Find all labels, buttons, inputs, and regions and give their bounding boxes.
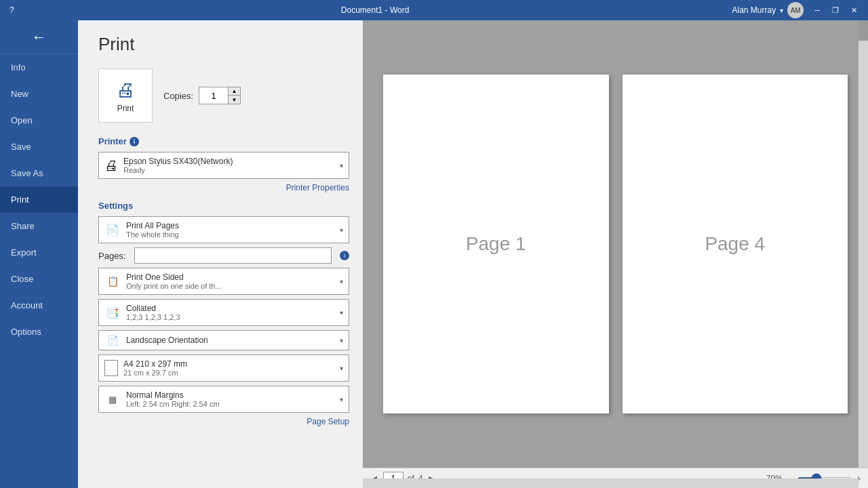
orientation-main: Landscape Orientation [126, 336, 340, 345]
copies-down-button[interactable]: ▼ [228, 96, 240, 104]
pages-dropdown-info: Print All Pages The whole thing [126, 221, 340, 239]
margins-sub: Left: 2.54 cm Right: 2.54 cm [126, 400, 340, 408]
papersize-icon [104, 360, 118, 376]
papersize-dropdown[interactable]: A4 210 x 297 mm 21 cm x 29.7 cm ▾ [98, 354, 349, 382]
page-preview-2: Page 4 [623, 75, 848, 413]
margins-main: Normal Margins [126, 390, 340, 400]
collated-dropdown-sub: 1,2,3 1,2,3 1,2,3 [126, 313, 340, 321]
orientation-dropdown[interactable]: 📄 Landscape Orientation ▾ [98, 330, 349, 350]
title-bar-controls: ─ ❐ ✕ [809, 5, 863, 16]
print-title: Print [98, 34, 349, 55]
page-preview-1: Page 1 [383, 75, 609, 413]
collated-dropdown-main: Collated [126, 304, 340, 313]
sides-dropdown-main: Print One Sided [126, 272, 340, 282]
orientation-icon: 📄 [104, 335, 121, 346]
title-bar-user: Alan Murray ▾ AM [732, 2, 804, 18]
sidebar: ← Info New Open Save Save As Print Share… [0, 20, 78, 488]
preview-scrollbar-right[interactable] [859, 20, 868, 468]
printer-dropdown-arrow: ▾ [340, 162, 343, 169]
papersize-info: A4 210 x 297 mm 21 cm x 29.7 cm [123, 359, 340, 377]
app-body: ← Info New Open Save Save As Print Share… [0, 20, 868, 488]
sides-dropdown-arrow: ▾ [340, 278, 343, 285]
pages-input[interactable] [134, 247, 332, 264]
collated-dropdown-arrow: ▾ [340, 309, 343, 317]
sidebar-item-export[interactable]: Export [0, 239, 78, 266]
printer-section-label: Printer i [98, 136, 349, 146]
collated-dropdown-info: Collated 1,2,3 1,2,3 1,2,3 [126, 304, 340, 321]
margins-dropdown[interactable]: ▦ Normal Margins Left: 2.54 cm Right: 2.… [98, 386, 349, 413]
printer-status: Ready [123, 166, 340, 174]
copies-label: Copies: [163, 91, 193, 101]
avatar: AM [787, 2, 804, 18]
papersize-sub: 21 cm x 29.7 cm [123, 369, 340, 377]
printer-dropdown-icon: 🖨 [104, 158, 118, 174]
printer-name: Epson Stylus SX430(Network) [123, 157, 340, 166]
copies-input[interactable] [199, 87, 228, 104]
sides-dropdown-icon: 📋 [104, 276, 121, 287]
preview-scrollbar-bottom[interactable] [363, 479, 859, 488]
pages-dropdown-icon: 📄 [104, 224, 121, 237]
minimize-button[interactable]: ─ [809, 5, 825, 16]
copies-up-button[interactable]: ▲ [228, 87, 240, 96]
margins-icon: ▦ [104, 394, 121, 405]
copies-input-wrap: ▲ ▼ [199, 87, 241, 104]
sides-dropdown[interactable]: 📋 Print One Sided Only print on one side… [98, 268, 349, 295]
title-bar: ? Document1 - Word Alan Murray ▾ AM ─ ❐ … [0, 0, 868, 20]
user-chevron[interactable]: ▾ [780, 7, 783, 14]
pages-label: Pages: [98, 251, 129, 261]
sidebar-item-account[interactable]: Account [0, 292, 78, 319]
sidebar-item-save[interactable]: Save [0, 134, 78, 160]
sidebar-item-print[interactable]: Print [0, 186, 78, 213]
orientation-info: Landscape Orientation [126, 336, 340, 345]
preview-pages: Page 1 Page 4 [363, 20, 868, 468]
preview-scroll-thumb-right[interactable] [859, 20, 868, 41]
title-bar-title: Document1 - Word [18, 5, 732, 15]
printer-info-icon[interactable]: i [130, 137, 139, 146]
print-button[interactable]: 🖨 Print [98, 68, 153, 123]
printer-dropdown[interactable]: 🖨 Epson Stylus SX430(Network) Ready ▾ [98, 152, 349, 179]
papersize-arrow: ▾ [340, 365, 343, 372]
pages-dropdown-arrow: ▾ [340, 226, 343, 234]
print-pages-dropdown[interactable]: 📄 Print All Pages The whole thing ▾ [98, 216, 349, 243]
preview-area: Page 1 Page 4 ◄ of 4 ► 70% ─ [363, 20, 868, 488]
page-1-label: Page 1 [466, 233, 526, 255]
print-button-label: Print [117, 104, 134, 113]
back-icon: ← [32, 28, 47, 46]
orientation-arrow: ▾ [340, 337, 343, 344]
sidebar-item-open[interactable]: Open [0, 107, 78, 134]
collated-dropdown-icon: 📑 [104, 306, 121, 319]
pages-row: Pages: i [98, 247, 349, 264]
printer-info: Epson Stylus SX430(Network) Ready [123, 157, 340, 174]
sidebar-item-close[interactable]: Close [0, 266, 78, 292]
sidebar-item-share[interactable]: Share [0, 213, 78, 239]
restore-button[interactable]: ❐ [827, 5, 844, 16]
pages-info-icon[interactable]: i [340, 251, 349, 260]
print-icon: 🖨 [116, 79, 135, 101]
content-area: Print 🖨 Print Copies: ▲ ▼ [78, 20, 868, 488]
title-bar-left: ? [5, 4, 18, 16]
pages-dropdown-sub: The whole thing [126, 230, 340, 239]
sidebar-back-button[interactable]: ← [0, 20, 78, 54]
print-panel: Print 🖨 Print Copies: ▲ ▼ [78, 20, 363, 488]
copies-spinners: ▲ ▼ [228, 87, 240, 104]
sidebar-item-saveas[interactable]: Save As [0, 160, 78, 186]
sidebar-item-new[interactable]: New [0, 81, 78, 107]
print-btn-section: 🖨 Print Copies: ▲ ▼ [98, 68, 349, 123]
page-setup-link[interactable]: Page Setup [98, 417, 349, 426]
margins-info: Normal Margins Left: 2.54 cm Right: 2.54… [126, 390, 340, 408]
pages-dropdown-main: Print All Pages [126, 221, 340, 230]
copies-section: Copies: ▲ ▼ [163, 87, 241, 104]
printer-properties-link[interactable]: Printer Properties [98, 183, 349, 192]
margins-arrow: ▾ [340, 396, 343, 403]
username-label: Alan Murray [732, 5, 776, 15]
collated-dropdown[interactable]: 📑 Collated 1,2,3 1,2,3 1,2,3 ▾ [98, 299, 349, 326]
sides-dropdown-info: Print One Sided Only print on one side o… [126, 272, 340, 290]
sidebar-item-options[interactable]: Options [0, 319, 78, 345]
sidebar-item-info[interactable]: Info [0, 54, 78, 81]
papersize-main: A4 210 x 297 mm [123, 359, 340, 369]
page-2-label: Page 4 [705, 233, 765, 255]
help-button[interactable]: ? [5, 4, 18, 16]
close-button[interactable]: ✕ [846, 5, 863, 16]
sides-dropdown-sub: Only print on one side of th... [126, 282, 340, 290]
settings-section-label: Settings [98, 201, 349, 211]
